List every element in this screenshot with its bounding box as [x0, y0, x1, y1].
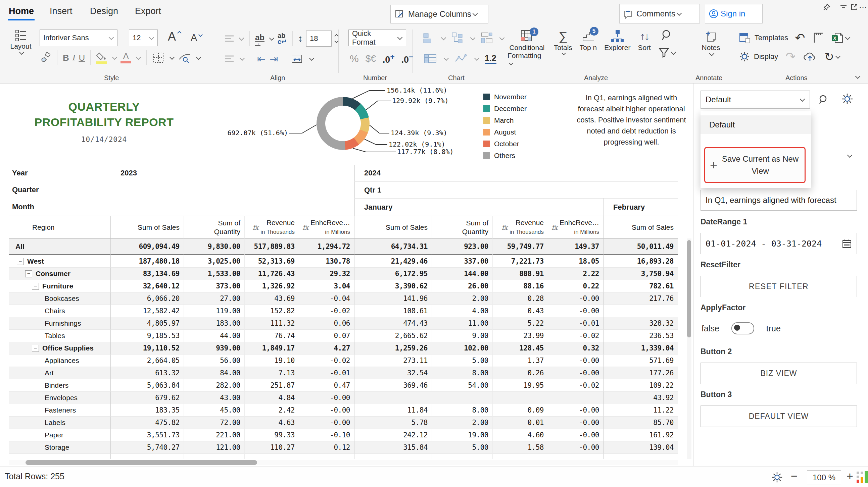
table-cell[interactable]: 328.32	[603, 317, 678, 330]
table-cell[interactable]: 0.28	[493, 292, 548, 305]
table-cell[interactable]: 1,294.72	[299, 238, 354, 255]
collapse-icon[interactable]: −	[25, 270, 32, 278]
font-size-select[interactable]: 12	[129, 30, 158, 46]
sparkline-icon[interactable]	[454, 53, 468, 64]
display-button[interactable]: Display	[738, 51, 778, 63]
table-cell[interactable]: 110.27	[245, 442, 299, 454]
table-cell[interactable]: 2.42	[245, 404, 299, 417]
merge-cells-button[interactable]	[290, 53, 304, 64]
horizontal-align-icon[interactable]	[224, 35, 234, 42]
table-cell[interactable]: 0.12	[299, 442, 354, 454]
table-cell[interactable]: -0.00	[548, 429, 603, 442]
table-cell[interactable]: 9.00	[432, 330, 493, 342]
table-cell[interactable]	[432, 392, 493, 404]
year-2024-header[interactable]: 2024	[354, 165, 678, 182]
table-cell[interactable]: 111.32	[245, 317, 299, 330]
table-cell[interactable]: 23.99	[493, 330, 548, 342]
more-options-icon[interactable]: ⋯	[859, 2, 867, 12]
table-cell[interactable]	[493, 392, 548, 404]
row-label[interactable]: Appliances	[9, 355, 111, 367]
explorer-button[interactable]: Explorer	[604, 29, 630, 52]
table-cell[interactable]: 337.00	[432, 255, 493, 268]
table-cell[interactable]: 12,582.42	[111, 305, 184, 317]
tab-export[interactable]: Export	[135, 6, 161, 17]
row-label[interactable]: Tables	[9, 330, 111, 342]
table-cell[interactable]: 373.00	[184, 280, 245, 292]
table-cell[interactable]: 54.00	[432, 379, 493, 392]
table-cell[interactable]: 52,313.69	[245, 255, 299, 268]
table-cell[interactable]: 4.00	[432, 305, 493, 317]
table-cell[interactable]: 144.00	[432, 268, 493, 280]
tab-design[interactable]: Design	[90, 6, 118, 17]
filter-button[interactable]	[658, 47, 676, 58]
table-cell[interactable]: -0.02	[548, 379, 603, 392]
table-cell[interactable]: 26.00	[432, 280, 493, 292]
table-cell[interactable]: 4.60	[493, 429, 548, 442]
table-cell[interactable]: 6,172.95	[354, 268, 432, 280]
table-cell[interactable]: -0.01	[299, 367, 354, 379]
table-cell[interactable]: 161.92	[603, 429, 678, 442]
table-cell[interactable]: -0.00	[548, 404, 603, 417]
sign-in-button[interactable]: Sign in	[705, 4, 763, 24]
sort-button[interactable]: ↑↓ Sort	[638, 29, 651, 52]
tab-home[interactable]: Home	[9, 6, 34, 17]
row-label[interactable]: −Consumer	[9, 268, 111, 280]
table-cell[interactable]: 0.07	[299, 330, 354, 342]
table-cell[interactable]: 3.04	[299, 280, 354, 292]
table-cell[interactable]: 613.32	[111, 367, 184, 379]
table-cell[interactable]: 3,025.00	[184, 255, 245, 268]
tab-insert[interactable]: Insert	[50, 6, 72, 17]
table-cell[interactable]: 609,094.49	[111, 238, 184, 255]
row-label[interactable]: Envelopes	[9, 392, 111, 404]
expand-icon[interactable]	[849, 2, 859, 12]
row-label[interactable]: −Furniture	[9, 280, 111, 292]
table-cell[interactable]: 19.95	[493, 379, 548, 392]
table-cell[interactable]: 7.13	[245, 367, 299, 379]
table-cell[interactable]: -0.00	[299, 417, 354, 429]
legend-item[interactable]: December	[483, 105, 527, 113]
table-cell[interactable]: -0.10	[299, 429, 354, 442]
table-cell[interactable]: 0.47	[299, 379, 354, 392]
redo-icon[interactable]: ↷	[785, 50, 796, 64]
table-cell[interactable]: 18.05	[548, 255, 603, 268]
table-cell[interactable]: 59,749.77	[493, 238, 548, 255]
row-label[interactable]: Fasteners	[9, 404, 111, 417]
table-cell[interactable]: -0.02	[548, 330, 603, 342]
table-cell[interactable]: 217.76	[603, 292, 678, 305]
table-cell[interactable]: 85.70	[603, 417, 678, 429]
vertical-align-icon[interactable]	[224, 55, 234, 63]
pin-icon[interactable]	[822, 2, 832, 12]
enhcrevenue-column-header-2023[interactable]: fxEnhcReve…in Millions	[299, 216, 354, 238]
collapsed-dropdown-chevron-icon[interactable]	[847, 153, 852, 158]
table-cell[interactable]: 177.26	[603, 367, 678, 379]
table-cell[interactable]: 109.22	[603, 379, 678, 392]
legend-item[interactable]: Others	[483, 152, 527, 160]
horizontal-scrollbar[interactable]	[9, 460, 678, 465]
table-cell[interactable]: 43.00	[184, 392, 245, 404]
refresh-button[interactable]: ↻	[825, 50, 840, 63]
row-label[interactable]: Paper	[9, 429, 111, 442]
table-cell[interactable]: -0.00	[548, 417, 603, 429]
table-cell[interactable]: 923.00	[432, 238, 493, 255]
font-name-select[interactable]: Inforiver Sans	[40, 30, 118, 46]
row-label[interactable]: Bookcases	[9, 292, 111, 305]
reset-filter-button[interactable]: RESET FILTER	[701, 276, 857, 297]
table-cell[interactable]: 5.00	[432, 442, 493, 454]
table-cell[interactable]: 1,533.00	[184, 268, 245, 280]
calendar-icon[interactable]	[842, 238, 852, 249]
table-cell[interactable]: 2,665.62	[354, 330, 432, 342]
table-cell[interactable]: 128.45	[493, 342, 548, 355]
quantity-column-header-jan[interactable]: Sum ofQuantity	[432, 216, 493, 238]
legend-item[interactable]: November	[483, 93, 527, 101]
table-cell[interactable]: 2.00	[432, 417, 493, 429]
row-label[interactable]: Storage	[9, 442, 111, 454]
wrap-text-button[interactable]: ab→	[255, 33, 265, 44]
font-color-button[interactable]: A	[121, 52, 131, 63]
table-cell[interactable]: -0.01	[548, 317, 603, 330]
table-cell[interactable]: 0.26	[493, 367, 548, 379]
table-cell[interactable]: 119.00	[184, 305, 245, 317]
menu-item-default[interactable]: Default	[701, 116, 811, 134]
collapse-ribbon-icon[interactable]	[855, 74, 861, 79]
table-cell[interactable]: 369.46	[354, 379, 432, 392]
sales-column-header-feb[interactable]: Sum of Sales	[603, 216, 678, 238]
